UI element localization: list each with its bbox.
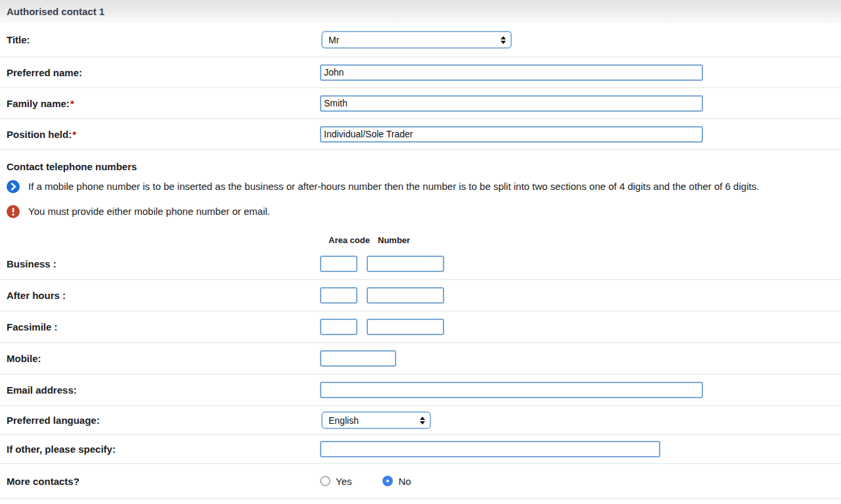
email-input[interactable] xyxy=(320,382,703,398)
phone-section-heading: Contact telephone numbers xyxy=(0,150,841,172)
business-area-code-input[interactable] xyxy=(320,256,357,272)
preferred-name-label: Preferred name: xyxy=(0,67,320,78)
radio-label-yes: Yes xyxy=(336,476,352,487)
other-language-input[interactable] xyxy=(320,441,660,457)
facsimile-number-input[interactable] xyxy=(367,319,444,335)
language-select[interactable]: English xyxy=(321,411,431,429)
required-asterisk: * xyxy=(72,129,76,140)
form-row-mobile: Mobile: xyxy=(0,343,841,375)
business-label: Business : xyxy=(0,258,320,269)
select-arrows-icon xyxy=(501,36,506,44)
info-note: If a mobile phone number is to be insert… xyxy=(0,172,841,193)
mobile-label: Mobile: xyxy=(0,353,320,364)
form-row-preferred-name: Preferred name: xyxy=(0,57,841,88)
required-asterisk: * xyxy=(70,98,74,109)
radio-label-no: No xyxy=(398,476,411,487)
chevron-right-icon xyxy=(7,180,20,193)
position-held-label: Position held:* xyxy=(0,129,320,140)
after-hours-area-code-input[interactable] xyxy=(320,287,357,304)
title-select-value: Mr xyxy=(329,35,339,45)
preferred-name-input[interactable] xyxy=(320,64,703,81)
area-code-column-header: Area code xyxy=(329,235,374,245)
more-contacts-option-yes[interactable]: Yes xyxy=(320,476,352,487)
warning-icon xyxy=(7,205,20,218)
more-contacts-radio-group: Yes No xyxy=(320,476,411,487)
business-number-input[interactable] xyxy=(367,256,444,272)
form-row-other-language: If other, please specify: xyxy=(0,435,841,464)
select-arrows-icon xyxy=(420,417,425,424)
form-row-email: Email address: xyxy=(0,375,841,406)
email-label: Email address: xyxy=(0,384,320,396)
position-held-input[interactable] xyxy=(320,126,703,143)
form-row-title: Title: Mr xyxy=(0,23,841,57)
after-hours-label: After hours : xyxy=(0,290,320,301)
form-row-facsimile: Facsimile : xyxy=(0,311,841,343)
phone-column-headers: Area code Number xyxy=(327,235,841,245)
warning-note: You must provide either mobile phone num… xyxy=(0,193,841,218)
facsimile-area-code-input[interactable] xyxy=(320,319,357,335)
info-note-text: If a mobile phone number is to be insert… xyxy=(28,180,759,193)
title-label: Title: xyxy=(0,34,320,45)
radio-button-yes[interactable] xyxy=(320,476,330,486)
family-name-input[interactable] xyxy=(320,95,703,112)
form-row-more-contacts: More contacts? Yes No xyxy=(0,464,841,499)
mobile-input[interactable] xyxy=(320,350,396,367)
radio-button-no[interactable] xyxy=(382,476,393,486)
after-hours-number-input[interactable] xyxy=(367,287,444,304)
warning-note-text: You must provide either mobile phone num… xyxy=(28,205,270,218)
more-contacts-option-no[interactable]: No xyxy=(382,476,411,487)
form-row-business: Business : xyxy=(0,248,841,280)
more-contacts-label: More contacts? xyxy=(0,476,320,487)
other-language-label: If other, please specify: xyxy=(0,444,320,455)
number-column-header: Number xyxy=(378,235,410,245)
title-select[interactable]: Mr xyxy=(321,31,512,49)
form-row-language: Preferred language: English xyxy=(0,406,841,435)
family-name-label: Family name:* xyxy=(0,98,320,109)
language-label: Preferred language: xyxy=(0,415,320,426)
language-select-value: English xyxy=(329,415,359,426)
form-row-family-name: Family name:* xyxy=(0,88,841,119)
form-row-position-held: Position held:* xyxy=(0,119,841,150)
facsimile-label: Facsimile : xyxy=(0,321,320,332)
section-title: Authorised contact 1 xyxy=(7,6,104,17)
section-header: Authorised contact 1 xyxy=(0,0,841,23)
form-row-after-hours: After hours : xyxy=(0,280,841,311)
